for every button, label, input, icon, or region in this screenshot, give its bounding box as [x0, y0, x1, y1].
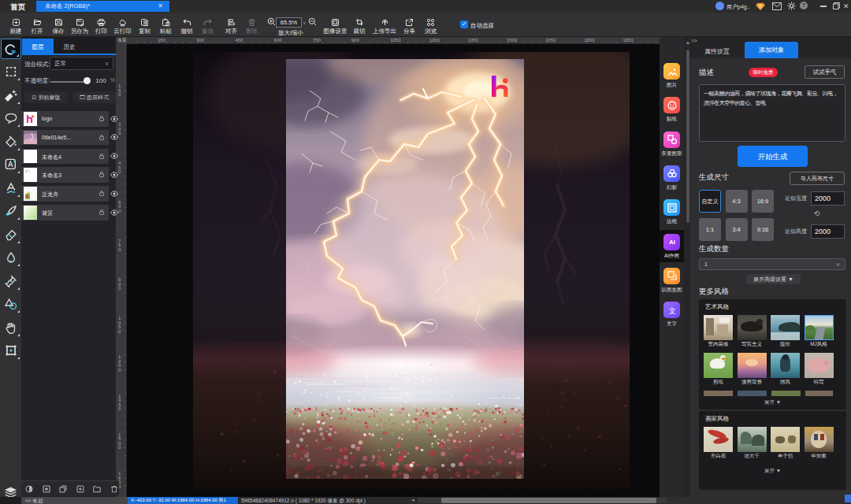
svg-text:AI: AI	[669, 239, 675, 246]
svg-text:文: 文	[668, 306, 676, 315]
